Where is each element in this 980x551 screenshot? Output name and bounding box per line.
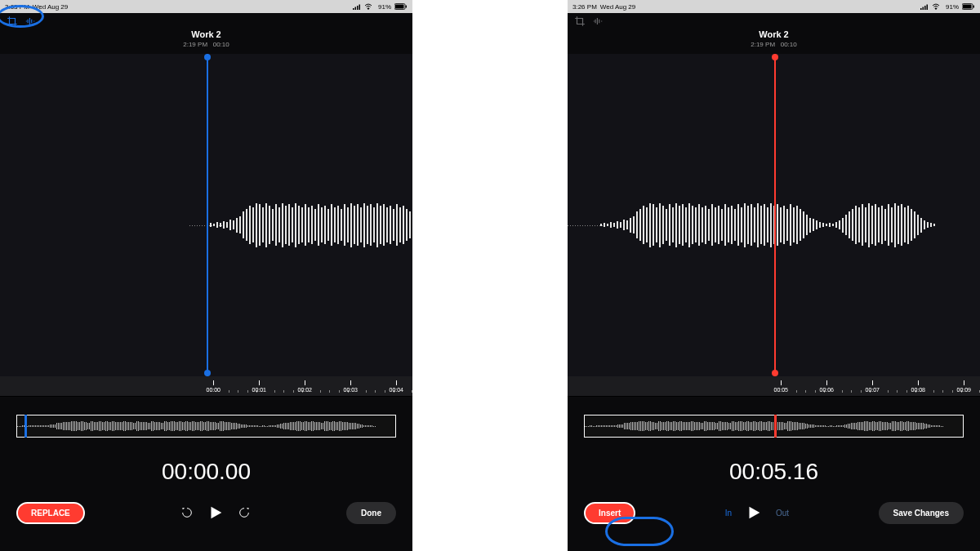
playhead[interactable] — [207, 54, 208, 376]
recording-title: Work 2 — [0, 29, 412, 39]
mini-timeline[interactable] — [584, 415, 964, 438]
svg-rect-2 — [357, 6, 359, 10]
save-changes-button[interactable]: Save Changes — [879, 502, 964, 524]
playhead[interactable] — [774, 54, 776, 376]
svg-rect-8 — [920, 8, 922, 10]
controls-row: REPLACEDone — [0, 485, 412, 537]
waveform-icon[interactable] — [24, 16, 36, 27]
status-date: Wed Aug 29 — [600, 3, 635, 11]
toolbar — [0, 13, 412, 29]
ruler-tick: 00:05 — [774, 387, 789, 393]
svg-rect-14 — [963, 5, 972, 9]
ruler-tick: 00:08 — [911, 387, 926, 393]
mini-cursor[interactable] — [774, 415, 777, 438]
waveform-area[interactable]: 00:0500:0600:0700:0800:09 — [568, 54, 980, 397]
skip-back-icon[interactable] — [180, 506, 194, 519]
status-bar: 3:03 PMWed Aug 29 91% — [0, 0, 412, 13]
done-button[interactable]: Done — [346, 502, 396, 524]
play-icon[interactable] — [745, 504, 763, 522]
ruler-tick: 00:01 — [252, 387, 267, 393]
svg-rect-3 — [359, 4, 360, 10]
insert-button[interactable]: Insert — [584, 502, 635, 524]
status-battery: 91% — [946, 3, 959, 11]
recording-subtitle: 2:19 PM 00:10 — [0, 41, 412, 48]
time-ruler[interactable]: 00:0000:0100:0200:0300:04 — [0, 376, 412, 396]
waveform-dots — [568, 225, 604, 226]
crop-icon[interactable] — [574, 16, 586, 27]
mini-wave — [17, 420, 395, 433]
svg-rect-1 — [354, 7, 356, 10]
skip-forward-icon[interactable] — [238, 506, 251, 519]
controls-row: InsertInOutSave Changes — [568, 485, 980, 537]
waveform-icon[interactable] — [592, 16, 604, 27]
ruler-tick: 00:06 — [820, 387, 835, 393]
ruler-tick: 00:02 — [298, 387, 313, 393]
svg-rect-6 — [395, 5, 404, 9]
mark-in-button[interactable]: In — [725, 509, 732, 518]
svg-point-12 — [935, 8, 937, 10]
ruler-tick: 00:07 — [866, 387, 880, 393]
waveform-area[interactable]: 00:0000:0100:0200:0300:04 — [0, 54, 412, 397]
recording-title: Work 2 — [568, 29, 980, 39]
svg-rect-0 — [353, 8, 354, 10]
timecode: 00:05.16 — [568, 459, 980, 485]
toolbar — [568, 13, 980, 29]
mini-cursor[interactable] — [24, 415, 27, 438]
status-battery: 91% — [378, 3, 391, 11]
svg-rect-15 — [973, 6, 975, 8]
status-time: 3:03 PM — [5, 3, 29, 11]
ruler-tick: 00:00 — [207, 387, 221, 393]
recording-subtitle: 2:19 PM 00:10 — [568, 41, 980, 48]
svg-rect-9 — [922, 7, 924, 10]
svg-rect-10 — [924, 6, 926, 10]
crop-icon[interactable] — [7, 16, 18, 27]
play-icon[interactable] — [207, 504, 225, 522]
time-ruler[interactable]: 00:0500:0600:0700:0800:09 — [568, 376, 980, 396]
status-bar: 3:26 PMWed Aug 29 91% — [568, 0, 980, 13]
mark-out-button[interactable]: Out — [776, 509, 789, 518]
svg-rect-7 — [406, 6, 408, 8]
ruler-tick: 00:04 — [390, 387, 404, 393]
ruler-tick: 00:09 — [957, 387, 972, 393]
status-time: 3:26 PM — [572, 3, 597, 11]
svg-point-4 — [368, 8, 369, 10]
waveform-bars — [600, 193, 935, 258]
replace-button[interactable]: REPLACE — [16, 502, 85, 524]
mini-timeline[interactable] — [16, 415, 396, 438]
svg-rect-11 — [926, 4, 928, 10]
ruler-tick: 00:03 — [344, 387, 359, 393]
status-date: Wed Aug 29 — [33, 3, 68, 11]
waveform-bars — [207, 193, 413, 258]
timecode: 00:00.00 — [0, 459, 412, 485]
